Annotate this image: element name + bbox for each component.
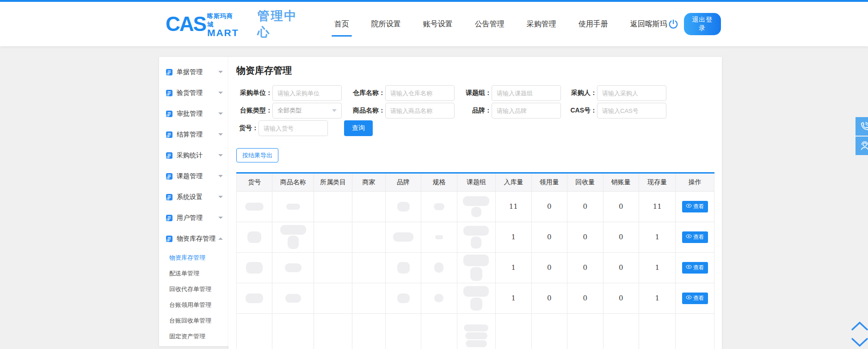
filter-row: 台账类型：全部类型商品名称：品牌：CAS号： [236,103,714,118]
table-cell [272,252,314,283]
table-cell: 0 [567,252,603,283]
sidebar-item-label: 验货管理 [177,89,218,97]
table-cell [237,252,272,283]
table-cell: 查看 [676,283,714,313]
sidebar-item-label: 采购统计 [177,151,218,160]
sidebar-item[interactable]: 单据管理 [159,62,228,82]
table-row: 10001查看 [237,252,714,283]
filter-label: 采购人： [568,89,597,97]
nav-item[interactable]: 采购管理 [526,13,557,36]
redacted-content [397,262,410,274]
power-icon[interactable] [668,19,678,30]
search-button[interactable]: 查询 [344,120,373,136]
export-results-button[interactable]: 按结果导出 [236,148,278,162]
filter-input[interactable] [597,85,666,101]
view-button[interactable]: 查看 [682,231,708,243]
filter-input[interactable] [259,120,328,136]
redacted-content [246,293,263,303]
sidebar-subitem[interactable]: 固定资产管理 [159,329,228,344]
table-cell: 1 [496,222,531,252]
view-button[interactable]: 查看 [682,262,708,274]
chevron-up-icon[interactable] [850,320,868,331]
customer-service-icon[interactable] [856,137,868,155]
nav-item[interactable]: 返回喀斯玛 [629,13,668,36]
redacted-content [463,286,489,297]
table-cell [421,313,457,349]
redacted-content [280,225,306,235]
sidebar-item-label: 课题管理 [177,172,218,181]
quick-actions-float [856,117,868,156]
filter-label: 课题组： [462,89,492,97]
filter-input[interactable] [385,103,455,118]
logout-button[interactable]: 退出登录 [684,13,721,35]
nav-item[interactable]: 使用手册 [578,13,609,36]
redacted-content [285,294,301,303]
filter-label: 采购单位： [236,89,272,97]
filter-row: 货号：查询 [236,120,714,136]
filter-input[interactable] [492,103,561,118]
document-icon [166,89,173,97]
sidebar-item[interactable]: 审批管理 [159,103,228,124]
eye-icon [686,233,692,241]
redacted-content [463,226,489,236]
filter-label: 仓库名称： [349,89,385,97]
redacted-content [246,262,263,274]
sidebar-subitem[interactable]: 回收代存单管理 [159,281,228,297]
sidebar-subitem[interactable]: 配送单管理 [159,266,228,281]
casmart-logo[interactable]: CAS 喀斯玛商城 MART [166,11,239,37]
nav-item[interactable]: 公告管理 [474,13,505,36]
nav-item[interactable]: 院所设置 [370,13,402,36]
document-icon [166,110,173,118]
table-cell [385,191,421,222]
redacted-content [435,235,443,239]
table-cell [314,252,352,283]
table-cell: 1 [639,252,676,283]
sidebar-submenu: 物资库存管理配送单管理回收代存单管理台账领用单管理台账回收单管理固定资产管理 [159,249,228,346]
nav-item[interactable]: 账号设置 [422,13,454,36]
table-cell: 1 [639,283,676,313]
table-cell [421,222,457,252]
filter-field: 商品名称： [349,103,455,118]
chevron-down-icon[interactable] [850,337,868,348]
view-button[interactable]: 查看 [682,293,708,304]
table-cell [676,313,714,349]
eye-icon [686,294,692,302]
sidebar-item[interactable]: 系统设置 [159,187,228,207]
nav-item[interactable]: 首页 [333,13,350,36]
sidebar-item[interactable]: 采购统计 [159,145,228,166]
redacted-content [463,196,489,206]
sidebar-subitem[interactable]: 台账回收单管理 [159,313,228,329]
column-header: 商家 [352,174,386,191]
table-cell [496,313,531,349]
view-button[interactable]: 查看 [682,201,708,212]
filter-field: 货号： [236,120,328,136]
column-header: 规格 [421,174,457,191]
table-cell: 11 [639,191,676,222]
filter-area: 采购单位：仓库名称：课题组：采购人：台账类型：全部类型商品名称：品牌：CAS号：… [236,85,714,136]
table-cell: 0 [531,222,567,252]
filter-input[interactable] [272,85,342,101]
phone-icon[interactable] [856,117,868,136]
sidebar-item[interactable]: 物资库存管理 [159,228,228,249]
ledger-type-select[interactable]: 全部类型 [272,103,342,118]
sidebar-subitem[interactable]: 台账领用单管理 [159,297,228,313]
redacted-content [288,236,299,249]
sidebar-item[interactable]: 结算管理 [159,124,228,145]
redacted-content [245,203,264,211]
sidebar-item[interactable]: 验货管理 [159,82,228,103]
sidebar-item[interactable]: 课题管理 [159,166,228,187]
sidebar-item-label: 单据管理 [177,68,218,76]
sidebar-item[interactable]: 用户管理 [159,207,228,228]
filter-input[interactable] [597,103,666,118]
view-button-label: 查看 [693,264,704,272]
table-cell [385,283,421,313]
sidebar-item-label: 物资库存管理 [177,235,218,243]
sidebar-item-label: 审批管理 [177,110,218,118]
table-cell [352,283,386,313]
redacted-content [471,207,481,217]
chevron-down-icon [218,133,223,136]
table-cell: 0 [603,191,639,222]
filter-input[interactable] [492,85,561,101]
filter-input[interactable] [385,85,455,101]
sidebar-subitem[interactable]: 物资库存管理 [159,250,228,266]
